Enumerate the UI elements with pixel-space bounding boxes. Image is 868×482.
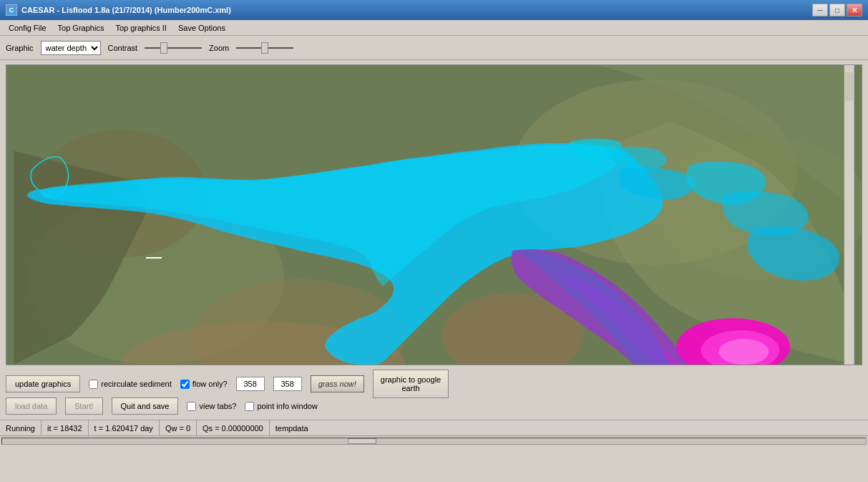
minimize-button[interactable]: ─ <box>812 4 828 16</box>
title-bar: C CAESAR - Lisflood 1.8a (21/7/2014) (Hu… <box>0 0 868 20</box>
zoom-slider-container <box>236 42 293 54</box>
tempdata-text: tempdata <box>275 424 308 433</box>
status-qs: Qs = 0.00000000 <box>197 420 270 435</box>
visualization-area <box>6 64 862 365</box>
contrast-slider[interactable] <box>145 42 202 54</box>
qs-text: Qs = 0.00000000 <box>203 424 263 433</box>
title-bar-left: C CAESAR - Lisflood 1.8a (21/7/2014) (Hu… <box>6 4 231 16</box>
graphic-to-google-earth-button[interactable]: graphic to google earth <box>373 370 449 398</box>
recirculate-sediment-checkbox[interactable] <box>89 380 98 389</box>
point-info-label: point info window <box>257 402 317 410</box>
marker-line <box>146 257 162 259</box>
bottom-scrollbar[interactable] <box>0 435 868 445</box>
status-qw: Qw = 0 <box>160 420 197 435</box>
recirculate-sediment-wrap: recirculate sediment <box>89 380 171 389</box>
maximize-button[interactable]: □ <box>829 4 845 16</box>
status-bar: Running it = 18432 t = 1.620417 day Qw =… <box>0 420 868 435</box>
point-info-checkbox[interactable] <box>245 402 254 411</box>
quit-save-button[interactable]: Quit and save <box>112 397 179 415</box>
svg-rect-11 <box>844 65 854 365</box>
num-input-2[interactable] <box>273 377 302 391</box>
point-info-wrap: point info window <box>245 402 317 411</box>
svg-point-10 <box>719 339 769 365</box>
status-running: Running <box>0 420 42 435</box>
start-button[interactable]: Start! <box>65 397 102 415</box>
update-graphics-button[interactable]: update graphics <box>6 375 80 392</box>
load-data-button[interactable]: load data <box>6 397 57 415</box>
flow-only-wrap: flow only? <box>180 380 228 389</box>
controls-area: update graphics recirculate sediment flo… <box>0 370 868 420</box>
flow-only-label: flow only? <box>192 380 228 388</box>
scroll-thumb[interactable] <box>348 438 376 444</box>
menu-save-options[interactable]: Save Options <box>172 22 231 34</box>
controls-row1: update graphics recirculate sediment flo… <box>6 374 862 394</box>
num-input-1[interactable] <box>236 377 265 391</box>
status-it: it = 18432 <box>42 420 89 435</box>
view-tabs-wrap: view tabs? <box>187 402 236 411</box>
toolbar: Graphic water depth elevation sediment v… <box>0 36 868 60</box>
view-tabs-checkbox[interactable] <box>187 402 196 411</box>
it-text: it = 18432 <box>47 424 82 433</box>
status-tempdata: tempdata <box>270 420 314 435</box>
scroll-track[interactable] <box>1 438 867 445</box>
river-visualization <box>6 65 862 365</box>
graphic-select[interactable]: water depth elevation sediment velocity <box>41 41 101 55</box>
menu-bar: Config File Top Graphics Top graphics II… <box>0 20 868 36</box>
zoom-label: Zoom <box>209 44 229 52</box>
menu-top-graphics[interactable]: Top Graphics <box>52 22 110 34</box>
contrast-label: Contrast <box>108 44 138 52</box>
view-tabs-label: view tabs? <box>199 402 236 410</box>
menu-config-file[interactable]: Config File <box>3 22 52 34</box>
svg-rect-12 <box>845 72 854 101</box>
menu-top-graphics-ii[interactable]: Top graphics II <box>109 22 172 34</box>
app-icon: C <box>6 4 17 16</box>
title-controls[interactable]: ─ □ ✕ <box>812 4 862 16</box>
contrast-slider-container <box>145 42 202 54</box>
graphic-label: Graphic <box>6 44 34 52</box>
qw-text: Qw = 0 <box>165 424 190 433</box>
status-t: t = 1.620417 day <box>89 420 160 435</box>
recirculate-sediment-label: recirculate sediment <box>101 380 171 388</box>
flow-only-checkbox[interactable] <box>180 380 190 389</box>
close-button[interactable]: ✕ <box>847 4 862 16</box>
controls-row2: load data Start! Quit and save view tabs… <box>6 397 862 415</box>
grass-now-button[interactable]: grass now! <box>311 375 364 392</box>
t-text: t = 1.620417 day <box>94 424 153 433</box>
window-title: CAESAR - Lisflood 1.8a (21/7/2014) (Humb… <box>21 6 231 14</box>
zoom-slider[interactable] <box>236 42 293 54</box>
running-text: Running <box>6 424 35 433</box>
